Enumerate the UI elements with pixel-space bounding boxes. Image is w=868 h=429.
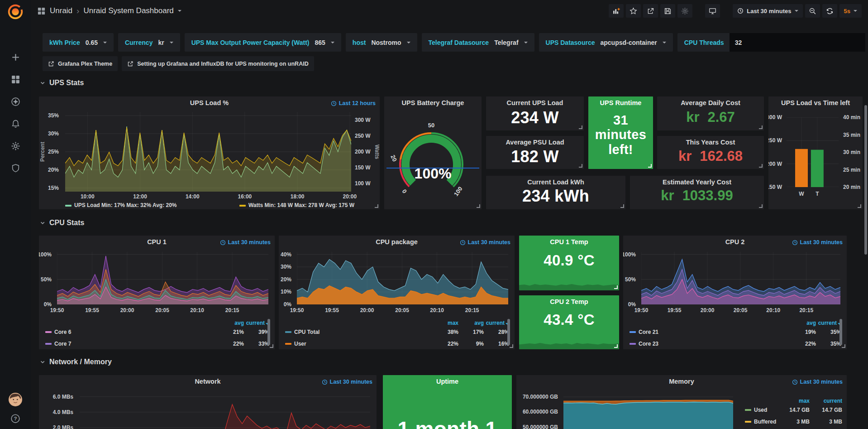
variable-telegraf-datasource[interactable]: Telegraf DatasourceTelegraf (422, 33, 534, 52)
resize-handle[interactable] (858, 204, 861, 208)
ups-bars-chart[interactable] (787, 117, 839, 187)
variable-host[interactable]: hostNostromo (346, 33, 417, 52)
panel-title[interactable]: CPU 1 Temp (535, 238, 603, 246)
dashboard-settings-button[interactable] (677, 4, 692, 18)
time-range-picker[interactable]: Last 30 minutes (733, 4, 802, 18)
panel-title[interactable]: Memory (533, 378, 830, 385)
section-network-memory[interactable]: Network / Memory (40, 358, 112, 366)
chevron-down-icon (40, 220, 45, 226)
variable-ups-datasource[interactable]: UPS Datasourceapcupsd-container (539, 33, 673, 52)
breadcrumb-dashboard-title[interactable]: Unraid System Dashboard (83, 6, 173, 15)
variable-kwh-price[interactable]: kWh Price0.65 (43, 33, 114, 52)
panel-title[interactable]: UPS Battery Charge (389, 99, 477, 106)
zoom-out-button[interactable] (805, 4, 820, 18)
legend-sort-current[interactable]: current (816, 320, 841, 326)
network-chart[interactable] (80, 390, 370, 429)
ups-load-chart[interactable] (65, 112, 351, 192)
section-cpu-stats[interactable]: CPU Stats (40, 219, 84, 227)
panel-title[interactable]: Current Load kWh (502, 178, 609, 186)
kiosk-mode-button[interactable] (705, 4, 720, 18)
alerting-bell-icon[interactable] (11, 119, 20, 129)
breadcrumb-folder[interactable]: Unraid (50, 6, 72, 15)
section-ups-stats[interactable]: UPS Stats (40, 79, 84, 87)
help-icon[interactable]: ? (10, 414, 20, 424)
variable-currency[interactable]: Currencykr (118, 33, 180, 52)
panel-title[interactable]: CPU 2 Temp (535, 298, 603, 305)
panel-title[interactable]: This Years Cost (673, 139, 748, 146)
panel-title[interactable]: UPS Runtime (592, 99, 649, 106)
server-admin-shield-icon[interactable] (11, 164, 20, 173)
legend-scrollbar[interactable] (507, 319, 510, 345)
legend-sort-current[interactable]: current (484, 320, 509, 326)
cpu2-chart[interactable] (641, 252, 840, 304)
panel-title[interactable]: Uptime (399, 378, 496, 385)
legend-sort-current[interactable]: current (810, 398, 842, 404)
resize-handle[interactable] (270, 344, 273, 348)
panel-title[interactable]: UPS Load % (55, 99, 363, 106)
link-ups-monitoring-guide[interactable]: Setting up Grafana and InfluxDB for UPS … (122, 56, 314, 71)
legend-sort-max[interactable]: max (777, 398, 810, 404)
resize-handle[interactable] (579, 125, 582, 129)
panel-title[interactable]: Estimated Yearly Cost (646, 178, 748, 186)
legend-item[interactable]: Watts Min: 148 W Max: 278 W Avg: 175 W (239, 202, 354, 208)
resize-handle[interactable] (614, 344, 618, 348)
refresh-button[interactable] (822, 4, 837, 18)
legend-sort-avg[interactable]: avg (219, 320, 244, 326)
panel-title[interactable]: Average Daily Cost (673, 99, 748, 106)
create-icon[interactable] (11, 53, 20, 62)
legend-scrollbar[interactable] (839, 319, 842, 345)
dashboard-grid-icon[interactable] (37, 7, 46, 15)
user-avatar[interactable] (9, 393, 22, 406)
resize-handle[interactable] (477, 204, 480, 208)
panel-title[interactable]: Average PSU Load (502, 139, 568, 146)
legend-sort-avg[interactable]: avg (458, 320, 484, 326)
legend-item[interactable]: UPS Load Min: 17% Max: 32% Avg: 20% (65, 202, 177, 208)
resize-handle[interactable] (614, 285, 618, 289)
legend-sort-max[interactable]: max (433, 320, 458, 326)
resize-handle[interactable] (759, 204, 763, 208)
stat-value: 234 kWh (486, 187, 625, 206)
explore-icon[interactable] (11, 97, 20, 106)
axis-tick: 50% (41, 276, 52, 283)
chevron-down-icon[interactable] (178, 10, 181, 12)
panel-title[interactable]: Network (55, 378, 360, 385)
cpu1-chart[interactable] (57, 252, 268, 304)
save-button[interactable] (660, 4, 675, 18)
axis-tick: 20% (281, 276, 291, 283)
resize-handle[interactable] (842, 344, 845, 348)
link-grafana-plex-theme[interactable]: Grafana Plex Theme (43, 56, 118, 71)
star-button[interactable] (626, 4, 641, 18)
add-panel-button[interactable] (609, 4, 624, 18)
axis-tick: 35% (48, 112, 59, 119)
legend-sort-avg[interactable]: avg (791, 320, 816, 326)
panel-network: Network Last 30 minutes 6.0 MBs4.0 MBs2.… (39, 375, 377, 429)
external-link-icon (127, 61, 134, 67)
variables-row: kWh Price0.65 Currencykr UPS Max Output … (43, 33, 865, 52)
panel-title[interactable]: Current UPS Load (502, 99, 568, 106)
legend-scrollbar[interactable] (267, 319, 270, 345)
cpu-threads-input[interactable] (730, 33, 865, 52)
memory-chart[interactable] (563, 392, 733, 429)
resize-handle[interactable] (648, 164, 652, 168)
axis-tick: 20:05 (734, 307, 748, 313)
resize-handle[interactable] (620, 204, 624, 208)
refresh-interval-picker[interactable]: 5s (839, 4, 862, 18)
resize-handle[interactable] (579, 164, 582, 168)
resize-handle[interactable] (759, 125, 763, 129)
variable-ups-max-watt[interactable]: UPS Max Output Power Capacity (Watt)865 (185, 33, 341, 52)
axis-tick: 2.0 MBs (53, 424, 73, 429)
scrollbar-thumb[interactable] (864, 105, 867, 255)
y-axis-label-right: Watts (374, 145, 380, 159)
chevron-down-icon (40, 80, 45, 86)
panel-title[interactable]: UPS Load vs Time left (772, 99, 859, 106)
grafana-logo-icon[interactable] (6, 3, 24, 21)
legend-row: CPU Total38%17%28% (285, 327, 509, 337)
configuration-gear-icon[interactable] (11, 141, 20, 151)
resize-handle[interactable] (759, 164, 763, 168)
share-button[interactable] (643, 4, 658, 18)
cpu-package-chart[interactable] (297, 252, 508, 304)
legend-sort-current[interactable]: current (244, 320, 269, 326)
dashboards-icon[interactable] (11, 75, 20, 84)
resize-handle[interactable] (510, 344, 513, 348)
resize-handle[interactable] (375, 204, 378, 208)
